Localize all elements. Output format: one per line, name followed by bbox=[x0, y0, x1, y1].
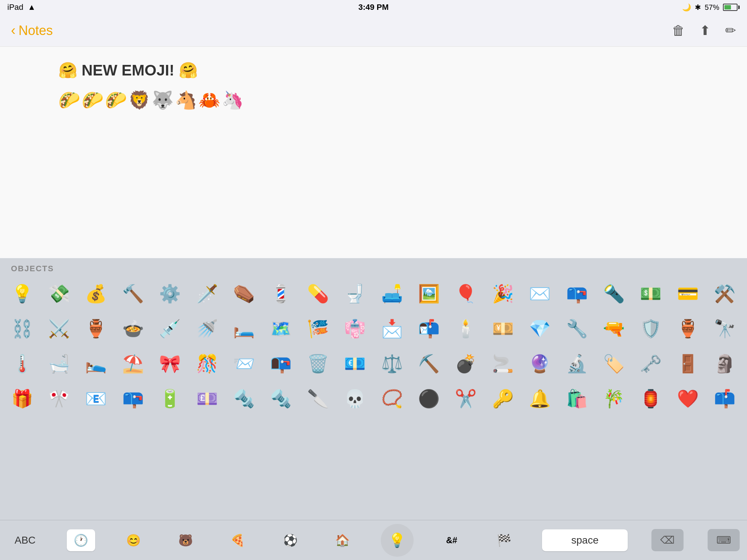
emoji-cell[interactable]: 👘 bbox=[337, 311, 374, 346]
emoji-cell[interactable]: 🛁 bbox=[40, 346, 77, 381]
nav-left[interactable]: ‹ Notes bbox=[11, 23, 53, 38]
emoji-cell[interactable]: 🛡️ bbox=[632, 311, 669, 346]
emoji-cell[interactable]: ✉️ bbox=[522, 276, 558, 311]
emoji-cell[interactable]: 📧 bbox=[78, 381, 115, 416]
emoji-cell[interactable]: ⛏️ bbox=[410, 346, 447, 381]
emoji-cell[interactable]: 🔭 bbox=[707, 311, 743, 346]
emoji-cell[interactable]: 💴 bbox=[484, 311, 521, 346]
share-button[interactable]: ⬆ bbox=[700, 23, 711, 38]
emoji-cell[interactable]: 🛍️ bbox=[558, 381, 595, 416]
emoji-cell[interactable]: 🎀 bbox=[152, 346, 189, 381]
emoji-cell[interactable]: 🏺 bbox=[78, 311, 115, 346]
emoji-cell[interactable]: 🕯️ bbox=[448, 311, 484, 346]
emoji-cell[interactable]: 💶 bbox=[337, 346, 374, 381]
emoji-cell[interactable]: 🛋️ bbox=[374, 276, 410, 311]
emoji-cell[interactable]: 🔋 bbox=[152, 381, 189, 416]
objects-emoji-button[interactable]: 💡 bbox=[381, 524, 414, 557]
emoji-cell[interactable]: 🌡️ bbox=[4, 346, 40, 381]
emoji-cell[interactable]: ⚔️ bbox=[40, 311, 77, 346]
emoji-cell[interactable]: 🚿 bbox=[189, 311, 225, 346]
emoji-cell[interactable]: 🎏 bbox=[299, 311, 336, 346]
emoji-cell[interactable]: 🏮 bbox=[632, 381, 669, 416]
space-button[interactable]: space bbox=[542, 529, 628, 551]
emoji-cell[interactable]: ⛓️ bbox=[4, 311, 40, 346]
food-emoji-button[interactable]: 🍕 bbox=[224, 529, 252, 551]
compose-button[interactable]: ✏ bbox=[725, 23, 736, 38]
flags-emoji-button[interactable]: 🏁 bbox=[490, 529, 518, 551]
emoji-cell[interactable]: 🔬 bbox=[558, 346, 595, 381]
emoji-cell[interactable]: 💎 bbox=[522, 311, 558, 346]
emoji-cell[interactable]: 🖼️ bbox=[410, 276, 447, 311]
emoji-cell[interactable]: 🚽 bbox=[337, 276, 374, 311]
emoji-cell[interactable]: 🚪 bbox=[669, 346, 706, 381]
emoji-cell[interactable]: 🔑 bbox=[484, 381, 521, 416]
emoji-cell[interactable]: 🔮 bbox=[522, 346, 558, 381]
emoji-cell[interactable]: 🍲 bbox=[115, 311, 151, 346]
emoji-cell[interactable]: 💀 bbox=[337, 381, 374, 416]
emoji-cell[interactable]: 🔧 bbox=[558, 311, 595, 346]
emoji-cell[interactable]: 📫 bbox=[707, 381, 743, 416]
emoji-cell[interactable]: 💊 bbox=[299, 276, 336, 311]
keyboard-button[interactable]: ⌨ bbox=[708, 529, 740, 551]
emoji-cell[interactable]: ⚒️ bbox=[707, 276, 743, 311]
emoji-cell[interactable]: 📨 bbox=[225, 346, 262, 381]
content-area[interactable]: 🤗 NEW EMOJI! 🤗 🌮🌮🌮🦁🐺🐴🦀🦄 bbox=[0, 47, 747, 258]
back-button[interactable]: Notes bbox=[19, 23, 53, 38]
emoji-cell[interactable]: 📬 bbox=[410, 311, 447, 346]
emoji-cell[interactable]: 💳 bbox=[669, 276, 706, 311]
emoji-cell[interactable]: 🏷️ bbox=[595, 346, 632, 381]
emoji-cell[interactable]: 🔩 bbox=[263, 381, 299, 416]
emoji-cell[interactable]: 📩 bbox=[374, 311, 410, 346]
emoji-cell[interactable]: ⚖️ bbox=[374, 346, 410, 381]
recent-emoji-button[interactable]: 🕐 bbox=[67, 529, 95, 551]
emoji-cell[interactable]: 🔪 bbox=[299, 381, 336, 416]
emoji-cell[interactable]: 📿 bbox=[374, 381, 410, 416]
emoji-cell[interactable]: 🔫 bbox=[595, 311, 632, 346]
emoji-cell[interactable]: ⛱️ bbox=[115, 346, 151, 381]
emoji-cell[interactable]: 💉 bbox=[152, 311, 189, 346]
emoji-cell[interactable]: 🗿 bbox=[707, 346, 743, 381]
emoji-cell[interactable]: 🗺️ bbox=[263, 311, 299, 346]
emoji-cell[interactable]: 💷 bbox=[189, 381, 225, 416]
back-arrow-icon[interactable]: ‹ bbox=[11, 23, 16, 38]
smiley-emoji-button[interactable]: 😊 bbox=[119, 529, 148, 551]
emoji-cell[interactable]: 🏺 bbox=[669, 311, 706, 346]
emoji-cell[interactable]: 💈 bbox=[263, 276, 299, 311]
emoji-cell[interactable]: 🔔 bbox=[522, 381, 558, 416]
emoji-cell[interactable]: ✂️ bbox=[448, 381, 484, 416]
emoji-cell[interactable]: 🔦 bbox=[595, 276, 632, 311]
emoji-cell[interactable]: 📪 bbox=[558, 276, 595, 311]
emoji-cell[interactable]: 🚬 bbox=[484, 346, 521, 381]
emoji-cell[interactable]: 🗡️ bbox=[189, 276, 225, 311]
emoji-cell[interactable]: 🎁 bbox=[4, 381, 40, 416]
emoji-cell[interactable]: 💰 bbox=[78, 276, 115, 311]
abc-button[interactable]: ABC bbox=[7, 530, 43, 551]
emoji-cell[interactable]: 🛏️ bbox=[225, 311, 262, 346]
emoji-cell[interactable]: 🎊 bbox=[189, 346, 225, 381]
emoji-cell[interactable]: 🔩 bbox=[225, 381, 262, 416]
emoji-cell[interactable]: 💣 bbox=[448, 346, 484, 381]
symbols-emoji-button[interactable]: &# bbox=[437, 529, 466, 551]
sports-emoji-button[interactable]: ⚽ bbox=[276, 529, 305, 551]
emoji-cell[interactable]: 🗑️ bbox=[299, 346, 336, 381]
delete-button[interactable]: ⌫ bbox=[651, 529, 684, 551]
emoji-cell[interactable]: ❤️ bbox=[669, 381, 706, 416]
emoji-cell[interactable]: 💡 bbox=[4, 276, 40, 311]
emoji-cell[interactable]: 📪 bbox=[115, 381, 151, 416]
emoji-cell[interactable]: ⚙️ bbox=[152, 276, 189, 311]
emoji-cell[interactable]: 🎈 bbox=[448, 276, 484, 311]
emoji-cell[interactable]: ⚫ bbox=[410, 381, 447, 416]
emoji-cell[interactable]: 💵 bbox=[632, 276, 669, 311]
emoji-cell[interactable]: 🎌 bbox=[40, 381, 77, 416]
animal-emoji-button[interactable]: 🐻 bbox=[171, 529, 200, 551]
emoji-cell[interactable]: 📭 bbox=[263, 346, 299, 381]
transport-emoji-button[interactable]: 🏠 bbox=[328, 529, 357, 551]
emoji-cell[interactable]: 🎋 bbox=[595, 381, 632, 416]
emoji-cell[interactable]: ⚰️ bbox=[225, 276, 262, 311]
emoji-cell[interactable]: 🎉 bbox=[484, 276, 521, 311]
emoji-cell[interactable]: 💸 bbox=[40, 276, 77, 311]
emoji-cell[interactable]: 🗝️ bbox=[632, 346, 669, 381]
emoji-cell[interactable]: 🔨 bbox=[115, 276, 151, 311]
emoji-cell[interactable]: 🛌 bbox=[78, 346, 115, 381]
trash-button[interactable]: 🗑 bbox=[672, 23, 685, 38]
